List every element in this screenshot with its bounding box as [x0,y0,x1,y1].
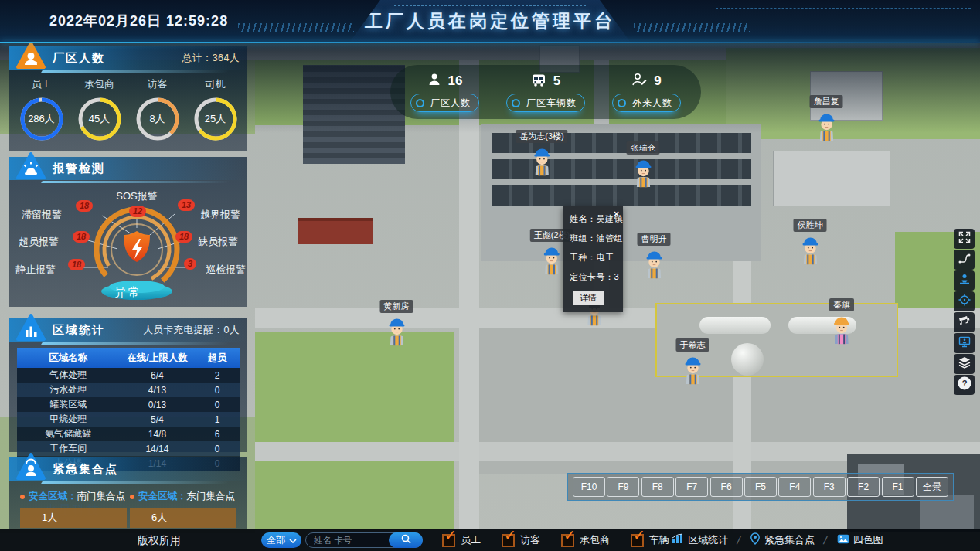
worker-marker[interactable]: 曹明升 [638,233,671,279]
alarm-type-label: 静止报警 [15,263,56,277]
map-equipment-rack [492,185,751,206]
worker-marker[interactable]: 黄新房 [380,300,413,346]
map-tool-button[interactable]: ? [954,375,975,395]
map-tool-button[interactable] [954,312,975,332]
layers-icon [958,356,971,372]
ring-category-label: 司机 [206,77,226,91]
worker-marker[interactable]: 秦旗 [829,298,854,345]
header-bar: 2022年02月26日 12:59:28 工厂人员在岗定位管理平台 [0,0,980,43]
check-icon: ✓ [504,528,516,542]
worker-marker[interactable]: 岳为志(3楼) [516,130,567,176]
map-tool-button[interactable] [954,229,975,249]
alarm-type-label: 越界报警 [200,208,240,222]
floor-button[interactable]: F10 [573,477,605,497]
table-cell: 0 [195,397,240,412]
footer-separator: / [736,533,742,546]
map-building-red [298,218,373,244]
map-building [303,65,405,164]
vehicle-icon [531,73,546,90]
floor-button[interactable]: F8 [641,477,674,497]
floor-button[interactable]: F4 [778,477,811,497]
floor-button[interactable]: F9 [607,477,639,497]
map-stat-value: 9 [654,73,661,89]
alarm-count-badge: 18 [76,200,93,212]
footer-link-label: 四色图 [853,533,883,547]
floor-button[interactable]: F3 [813,477,846,497]
ring-value: 45人 [77,97,122,141]
worker-name-label: 岳为志(3楼) [516,130,567,143]
footer-link[interactable]: 四色图 [837,533,883,547]
table-cell: 0 [195,441,240,456]
floor-button[interactable]: F5 [744,477,777,497]
person-icon [427,73,441,90]
chevron-down-icon [289,535,297,546]
ring-value: 286人 [19,97,64,141]
assembly-dot-icon [20,495,25,499]
search-button[interactable] [389,532,423,548]
panel-assembly-points: 紧急集合点 安全区域： 南门集合点 1人 安全区域： 东门集合点 6人 [9,457,247,529]
filter-type-dropdown[interactable]: 全部 [261,532,301,548]
copyright-label: 版权所用 [138,534,181,548]
page-title: 工厂人员在岗定位管理平台 [365,9,615,33]
check-icon: ✓ [633,528,645,542]
floor-button[interactable]: F6 [710,477,743,497]
personnel-ring: 司机 25人 [193,77,238,141]
four-color-map-icon [837,534,849,546]
popup-field: 姓名：吴建镇 [570,213,618,225]
assembly-point: 安全区域： 东门集合点 6人 [130,490,236,528]
floor-button[interactable]: 全景 [916,477,948,497]
footer-link[interactable]: 区域统计 [672,533,728,547]
floor-button[interactable]: F2 [847,477,880,497]
bar-stats-icon [15,313,46,342]
map-stat-pill[interactable]: 外来人数 [612,94,681,112]
map-stat-pill[interactable]: 厂区人数 [410,94,479,112]
table-row: 气体处理6/42 [17,368,240,383]
checkbox-box[interactable]: ✓ [631,534,644,547]
map-tool-button[interactable] [954,354,975,374]
checkbox-box[interactable]: ✓ [561,534,574,547]
filter-checkbox[interactable]: ✓ 承包商 [561,533,610,547]
map-tool-button[interactable] [954,291,975,311]
ring-value: 8人 [135,97,180,141]
table-cell: 14/14 [119,441,195,456]
ring-category-label: 访客 [148,77,168,91]
close-icon[interactable]: × [614,209,619,219]
floor-button[interactable]: F7 [675,477,708,497]
header-decoration [238,23,354,32]
map-tool-button[interactable] [954,270,975,291]
table-cell: 5/4 [119,412,195,427]
header-decoration [716,8,971,9]
person-location-icon [958,273,971,288]
worker-avatar-icon [815,110,838,141]
footer-bar: 版权所用 全部 ✓ 员工✓ 访客✓ 承包商✓ 车辆 / 区域统计/ 紧急集合点/… [0,529,980,551]
map-tool-button[interactable] [954,333,975,353]
app: 火星科技 2022年02月26日 12:59:28 工厂人员在岗定位管理平台 厂… [0,0,980,551]
filter-checkbox[interactable]: ✓ 员工 [442,533,481,547]
map-stat: 5 厂区车辆数 [506,65,585,119]
worker-marker[interactable]: 侯胜坤 [794,219,827,265]
ring-gauge: 45人 [77,97,122,141]
table-cell: 罐装区域 [17,397,119,412]
detail-button[interactable]: 详情 [573,291,604,305]
checkbox-box[interactable]: ✓ [442,534,455,547]
footer-separator: / [658,533,664,546]
filter-checkbox[interactable]: ✓ 访客 [502,533,540,547]
worker-marker[interactable]: 于希志 [676,338,709,385]
alarm-type-label: 滞留报警 [22,208,62,222]
alarm-type-label: 巡检报警 [206,263,246,277]
checkbox-box[interactable]: ✓ [502,534,515,547]
worker-name-label: 侯胜坤 [794,219,827,232]
floor-button[interactable]: F1 [882,477,914,497]
map-tool-button[interactable] [954,250,975,270]
map-stat: 9 外来人数 [612,65,681,119]
table-cell: 气体处理 [17,368,119,383]
table-row: 工作车间14/140 [17,441,240,456]
visitor-icon [631,73,647,90]
header-datetime: 2022年02月26日 12:59:28 [49,12,228,30]
worker-marker[interactable]: 张瑞仓 [627,141,660,188]
map-stat-pill[interactable]: 厂区车辆数 [506,94,585,112]
search-input[interactable] [306,536,389,545]
worker-marker[interactable]: 詹昌复 [810,95,843,141]
assembly-count: 1人 [20,508,127,528]
footer-link[interactable]: 紧急集合点 [750,532,815,547]
